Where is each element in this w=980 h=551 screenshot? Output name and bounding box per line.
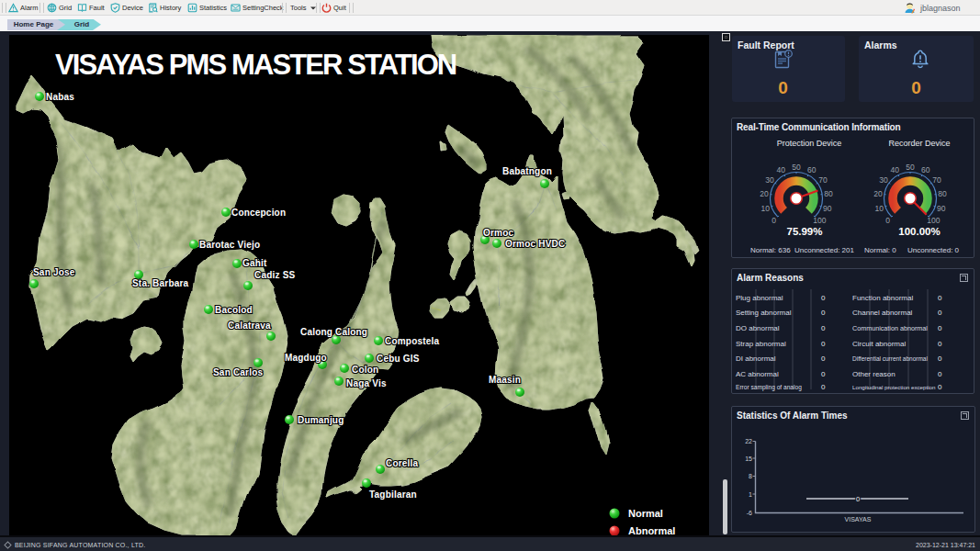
svg-text:Sta. Barbara: Sta. Barbara xyxy=(132,278,189,288)
svg-text:0: 0 xyxy=(938,383,942,391)
svg-text:Bacolod: Bacolod xyxy=(215,305,253,315)
svg-text:90: 90 xyxy=(937,204,946,213)
svg-text:Barotac Viejo: Barotac Viejo xyxy=(199,240,260,250)
svg-text:Circuit abnormal: Circuit abnormal xyxy=(852,340,906,348)
svg-text:Setting abnormal: Setting abnormal xyxy=(736,309,792,317)
svg-text:Strap abnormal: Strap abnormal xyxy=(736,340,786,348)
svg-text:50: 50 xyxy=(792,163,801,172)
svg-text:100: 100 xyxy=(927,216,940,225)
svg-text:Differential current abnormal: Differential current abnormal xyxy=(852,355,928,362)
svg-text:0: 0 xyxy=(821,309,826,317)
svg-text:0: 0 xyxy=(938,370,942,378)
svg-text:80: 80 xyxy=(938,189,947,198)
svg-text:Nabas: Nabas xyxy=(46,92,74,102)
svg-text:0: 0 xyxy=(938,294,942,302)
svg-text:60: 60 xyxy=(921,165,930,174)
svg-text:0: 0 xyxy=(938,354,942,363)
svg-text:0: 0 xyxy=(856,495,860,503)
svg-text:Function abnormal: Function abnormal xyxy=(852,294,913,302)
svg-text:Colon: Colon xyxy=(352,365,378,375)
svg-text:1: 1 xyxy=(749,491,752,498)
svg-text:0: 0 xyxy=(821,324,826,332)
svg-text:Normal: Normal xyxy=(628,508,663,519)
svg-text:10: 10 xyxy=(760,204,770,213)
svg-text:50: 50 xyxy=(906,163,915,172)
svg-text:Concepcion: Concepcion xyxy=(231,208,286,218)
svg-text:40: 40 xyxy=(777,165,786,174)
svg-text:15: 15 xyxy=(745,455,752,462)
svg-text:AC abnormal: AC abnormal xyxy=(736,370,779,378)
svg-text:Abnormal: Abnormal xyxy=(628,525,675,535)
svg-text:70: 70 xyxy=(818,175,828,185)
svg-text:0: 0 xyxy=(938,340,942,348)
svg-text:30: 30 xyxy=(765,175,774,185)
svg-text:San Carlos: San Carlos xyxy=(213,367,263,377)
svg-text:VISAYAS: VISAYAS xyxy=(845,516,872,523)
svg-text:90: 90 xyxy=(823,204,832,213)
svg-text:Other reason: Other reason xyxy=(852,370,896,378)
svg-text:0: 0 xyxy=(938,324,942,332)
svg-text:Ormoc HVDC: Ormoc HVDC xyxy=(505,239,565,249)
svg-text:22: 22 xyxy=(745,438,752,444)
svg-text:30: 30 xyxy=(879,175,888,185)
svg-text:20: 20 xyxy=(760,189,769,198)
svg-text:60: 60 xyxy=(807,165,817,174)
svg-text:Cadiz SS: Cadiz SS xyxy=(254,270,296,280)
svg-text:8: 8 xyxy=(749,473,752,479)
svg-text:Calatrava: Calatrava xyxy=(228,320,271,331)
svg-text:Channel abnormal: Channel abnormal xyxy=(852,309,913,317)
svg-text:80: 80 xyxy=(824,189,833,198)
svg-text:Error sampling of analog: Error sampling of analog xyxy=(736,384,802,391)
svg-text:0: 0 xyxy=(821,370,826,378)
svg-text:VISAYAS PMS MASTER STATION: VISAYAS PMS MASTER STATION xyxy=(55,49,456,81)
svg-text:Ormoc: Ormoc xyxy=(483,228,513,238)
svg-text:-6: -6 xyxy=(747,510,752,516)
svg-text:Communication abnormal: Communication abnormal xyxy=(852,324,928,332)
svg-text:DI abnormal: DI abnormal xyxy=(736,354,776,363)
svg-text:DO abnormal: DO abnormal xyxy=(736,324,780,332)
svg-text:0: 0 xyxy=(821,354,826,363)
svg-text:Babatngon: Babatngon xyxy=(502,166,552,176)
svg-text:0: 0 xyxy=(885,216,890,225)
svg-text:100: 100 xyxy=(813,216,826,225)
svg-text:0: 0 xyxy=(821,340,826,348)
svg-text:Corella: Corella xyxy=(386,458,419,468)
svg-text:20: 20 xyxy=(873,189,883,198)
svg-text:Magdugo: Magdugo xyxy=(285,353,327,363)
svg-text:70: 70 xyxy=(932,175,941,185)
svg-text:Gahit: Gahit xyxy=(242,258,267,268)
svg-text:Dumanjug: Dumanjug xyxy=(298,415,344,425)
svg-text:Tagbilaran: Tagbilaran xyxy=(369,489,417,500)
svg-text:Naga Vis: Naga Vis xyxy=(346,378,387,388)
svg-text:Plug abnormal: Plug abnormal xyxy=(736,294,783,302)
svg-text:Longitudinal protection except: Longitudinal protection exception xyxy=(852,384,936,390)
svg-text:0: 0 xyxy=(772,216,776,225)
svg-text:Calong Calong: Calong Calong xyxy=(300,327,367,337)
svg-text:10: 10 xyxy=(874,204,884,213)
svg-text:0: 0 xyxy=(938,309,942,317)
svg-text:Compostela: Compostela xyxy=(385,336,439,346)
svg-text:San Jose: San Jose xyxy=(33,267,75,277)
svg-text:Cebu GIS: Cebu GIS xyxy=(377,354,420,364)
svg-text:40: 40 xyxy=(891,165,900,174)
svg-text:0: 0 xyxy=(821,383,826,391)
svg-text:Maasin: Maasin xyxy=(489,375,521,385)
svg-text:0: 0 xyxy=(821,294,826,302)
